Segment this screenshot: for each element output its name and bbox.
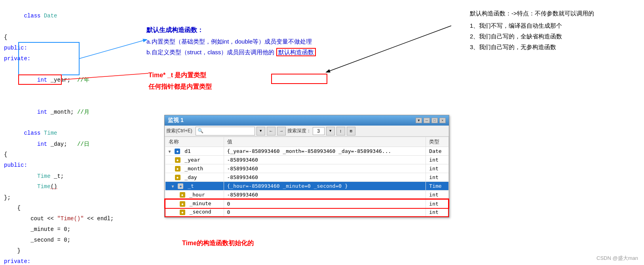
annotation-right-panel: 默认构造函数：->特点：不传参数就可以调用的 1、我们不写，编译器自动生成那个 … [470,8,636,52]
row-name-d1: ▼ ◆ d1 [165,147,224,156]
depth-dropdown-btn[interactable]: ▼ [326,127,335,135]
row-value-second: 0 [224,208,426,217]
table-row[interactable]: ◆ _month -858993460 int [165,164,448,173]
var-icon-year: ◆ [175,157,180,163]
annotation-default-ctor-highlight: 默认构造函数 [276,48,316,56]
var-icon-day: ◆ [175,175,180,180]
var-icon-second: ◆ [180,210,185,215]
table-row[interactable]: ◆ _year -858993460 int [165,156,448,164]
search-dropdown-btn[interactable]: ▼ [256,127,265,135]
row-type-month: int [426,164,448,173]
watch-title: 监视 1 [168,117,184,124]
watch-table-header: 名称 值 类型 [165,137,448,147]
row-value-hour: -858993460 [224,191,426,199]
toolbar-btn-sort[interactable]: ↕ [336,127,345,135]
depth-input[interactable] [313,127,325,135]
table-row[interactable]: ▼ ◆ d1 {_year=-858993460 _month=-8589934… [165,147,448,156]
csdn-watermark: CSDN @盛大man [597,255,638,262]
expand-icon-d1[interactable]: ▼ [169,149,171,154]
code-line-2: { [0,32,135,43]
search-label: 搜索(Ctrl+E) [166,128,192,134]
var-icon-month: ◆ [175,166,180,172]
row-value-month: -858993460 [224,164,426,173]
annotation-gen-b: b.自定义类型（struct，class）成员回去调用他的 默认构造函数 [146,47,316,57]
watch-pin-btn[interactable]: ▼ [416,118,422,123]
table-row[interactable]: ◆ _second 0 int [165,208,448,217]
row-type-second: int [426,208,448,217]
row-type-hour: int [426,191,448,199]
row-value-t: {_hour=-858993460 _minute=0 _second=0 } [224,182,426,191]
col-name: 名称 [165,137,224,147]
var-icon-minute: ◆ [180,201,185,207]
forward-btn[interactable]: → [277,127,286,135]
row-value-day: -858993460 [224,173,426,182]
var-icon-t: ◆ [178,183,183,189]
code-time-area: class Time { public: Time()_ { cout << "… [0,117,135,265]
keyword-class: class [24,13,44,19]
code-line-1: class Date [0,0,135,32]
annotation-gen-a: a.内置类型（基础类型，例如int，double等）成员变量不做处理 [146,36,316,47]
table-row[interactable]: ◆ _day -858993460 int [165,173,448,182]
col-type: 类型 [426,137,448,147]
expand-icon-t[interactable]: ▼ [172,184,174,189]
var-icon-hour: ◆ [180,192,185,198]
row-name-t: ▼ ◆ _t [165,182,224,191]
watch-toolbar: 搜索(Ctrl+E) 🔍 ▼ ← → 搜索深度： ▼ ↕ ⊞ [165,126,449,137]
toolbar-btn-filter[interactable]: ⊞ [347,127,355,135]
code-time-cout: cout << "Time()" << endl; [0,214,135,224]
annotation-time-ptr-1: Time* _t 是内置类型 [148,70,212,81]
watch-titlebar: 监视 1 ▼ ─ □ × [165,115,449,126]
watch-title-controls: ▼ ─ □ × [416,118,446,123]
code-time-public: public: [0,160,135,171]
code-time-ctor-close: } [0,246,135,256]
row-value-d1: {_year=-858993460 _month=-858993460 _day… [224,147,426,156]
type-date: Date [44,13,57,19]
search-icon: 🔍 [198,128,203,134]
search-input-box[interactable]: 🔍 [196,127,255,135]
depth-label: 搜索深度： [287,128,311,134]
row-name-month: ◆ _month [165,164,224,173]
col-value: 值 [224,137,426,147]
row-name-minute: ◆ _minute [165,199,224,208]
main-container: class Date { public: private: int _year;… [0,0,644,265]
row-type-minute: int [426,199,448,208]
var-icon-d1: ◆ [175,149,180,154]
table-row-selected[interactable]: ▼ ◆ _t {_hour=-858993460 _minute=0 _seco… [165,182,448,191]
code-line-year: int _year; //年 [0,64,135,96]
watch-table: 名称 值 类型 ▼ ◆ d1 {_year=-858993460 _month=… [165,137,449,217]
code-time-private: private: [0,256,135,265]
code-time-second: _second = 0; [0,235,135,246]
code-line-private: private: [0,53,135,64]
code-time-line-2: { [0,149,135,160]
watch-close-btn[interactable]: × [439,118,446,123]
watch-window: 监视 1 ▼ ─ □ × 搜索(Ctrl+E) 🔍 ▼ ← → 搜索深度： ▼ … [164,115,449,217]
code-time-ctor-open: { [0,203,135,214]
red-box-ctor-label [271,74,327,84]
watch-minimize-btn[interactable]: ─ [424,118,430,123]
annotation-time-init: Time的构造函数初始化的 [182,239,254,248]
row-name-second: ◆ _second [165,208,224,217]
annotation-default-gen: 默认生成构造函数： a.内置类型（基础类型，例如int，double等）成员变量… [146,25,316,57]
table-row[interactable]: ◆ _hour -858993460 int [165,191,448,199]
code-time-ctor-decl: Time()_ [0,171,135,203]
row-type-day: int [426,173,448,182]
row-value-minute: 0 [224,199,426,208]
annotation-right-title: 默认构造函数：->特点：不传参数就可以调用的 [470,8,636,19]
annotation-default-gen-title: 默认生成构造函数： [146,25,316,36]
row-name-day: ◆ _day [165,173,224,182]
arrow-to-ctor-box [327,26,451,72]
annotation-right-3: 3、我们自己写的，无参构造函数 [470,42,636,52]
row-name-hour: ◆ _hour [165,191,224,199]
table-row[interactable]: ◆ _minute 0 int [165,199,448,208]
row-type-t: Time [426,182,448,191]
annotation-right-2: 2、我们自己写的，全缺省构造函数 [470,31,636,42]
back-btn[interactable]: ← [267,127,275,135]
code-time-minute: _minute = 0; [0,224,135,235]
annotation-time-ptr-2: 任何指针都是内置类型 [148,81,212,93]
annotation-time-ptr: Time* _t 是内置类型 任何指针都是内置类型 [148,70,212,93]
code-time-line-1: class Time [0,117,135,149]
row-type-d1: Date [426,147,448,156]
code-line-public: public: [0,43,135,53]
watch-maximize-btn[interactable]: □ [431,118,438,123]
row-value-year: -858993460 [224,156,426,164]
